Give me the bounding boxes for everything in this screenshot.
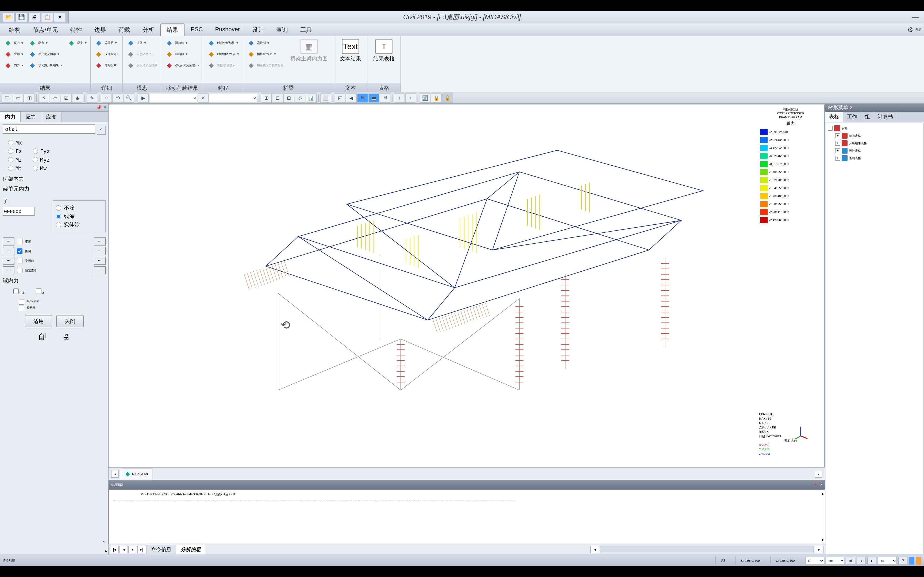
menu-分析[interactable]: 分析 (136, 24, 160, 36)
sb-unit-mm[interactable]: mm (825, 557, 844, 565)
tb-btn[interactable]: ⊞ (261, 93, 271, 103)
tb-btn[interactable]: ↔ (101, 93, 112, 103)
tb-btn[interactable]: ◀ (346, 93, 357, 103)
radio-Mz[interactable]: Mz (8, 156, 22, 163)
opt-btn[interactable]: ... (3, 266, 15, 274)
tb-btn[interactable]: ⊡ (283, 93, 294, 103)
menu-PSC[interactable]: PSC (184, 24, 209, 36)
chk-bycomp[interactable]: 按构件 (19, 306, 106, 311)
pin-icon[interactable]: 📌 (814, 483, 817, 487)
sb-btn[interactable]: ⊞ (846, 557, 855, 565)
tree-结构表格[interactable]: +结构表格 (828, 132, 922, 139)
msg-tab-命令信息[interactable]: 命令信息 (147, 545, 176, 554)
tb-combo-2[interactable] (209, 94, 257, 102)
tb-btn[interactable]: ▷ (295, 93, 305, 103)
radio-Fz[interactable]: Fz (8, 148, 22, 155)
close-icon[interactable]: ✕ (820, 483, 822, 487)
scroll-right-icon[interactable]: ▸ (815, 470, 822, 478)
tb-btn[interactable]: 🔄 (420, 93, 430, 103)
ribbon-局部方向...[interactable]: ◆局部方向... (93, 48, 120, 59)
tb-btn[interactable]: ⬜ (320, 93, 331, 103)
tb-btn[interactable]: ☑ (61, 93, 72, 103)
qat-open-icon[interactable]: 📂 (3, 12, 15, 22)
tree-查询表格[interactable]: +查询表格 (828, 155, 922, 162)
sb-btn[interactable] (916, 557, 921, 565)
ribbon-移动荷载追踪器[interactable]: ◆移动荷载追踪器 (163, 60, 201, 71)
sb-btn[interactable]: ? (898, 557, 908, 565)
tb-btn[interactable]: ⬚ (2, 93, 12, 103)
tb-btn[interactable]: ▭ (13, 93, 24, 103)
ribbon-变形[interactable]: ◆变形 (2, 48, 25, 59)
scroll-right-icon[interactable]: ▸ (815, 546, 824, 553)
tb-btn[interactable]: ✕ (198, 93, 208, 103)
tb-btn[interactable]: 🖥 (357, 93, 368, 103)
chk-变形[interactable]: 变形 (17, 239, 91, 244)
minimize-icon[interactable]: — (912, 13, 919, 21)
fill-实体涂[interactable]: 实体涂 (56, 221, 103, 228)
radio-Myz[interactable]: Myz (32, 156, 50, 163)
msg-tab-分析信息[interactable]: 分析信息 (176, 545, 205, 554)
tb-btn[interactable]: 🖥 (380, 93, 390, 103)
print-icon[interactable]: 🖨 (62, 333, 70, 342)
help-label[interactable]: 帮助 (916, 28, 921, 32)
ribbon-影响面[interactable]: ◆影响面 (163, 48, 201, 59)
tb-combo-1[interactable] (149, 94, 197, 102)
settings-icon[interactable]: ⚙ (907, 26, 913, 34)
scale-input[interactable] (3, 207, 35, 216)
msg-body[interactable]: PLEASE CHECK YOUR WARNING MESSAGE FILE :… (108, 489, 825, 544)
chk-图例[interactable]: 图例 (17, 248, 91, 254)
opt-btn[interactable]: ... (94, 257, 106, 265)
tb-btn[interactable]: ↖ (39, 93, 49, 103)
tb-btn[interactable]: ⟲ (112, 93, 123, 103)
apply-button[interactable]: 适用 (25, 315, 52, 327)
ribbon-水化热分析结果[interactable]: ◆水化热分析结果 (26, 60, 64, 71)
sb-unit-n[interactable]: N (805, 557, 824, 565)
chk-minmax[interactable]: 最小/最大 (19, 299, 106, 305)
menu-设计[interactable]: 设计 (246, 24, 270, 36)
chk-center[interactable]: 中心 (13, 288, 26, 295)
radio-Mt[interactable]: Mt (8, 165, 22, 171)
radio-Mx[interactable]: Mx (8, 139, 22, 146)
qat-print-icon[interactable]: 📋 (41, 12, 53, 22)
tb-btn[interactable]: 📊 (306, 93, 317, 103)
tb-btn[interactable]: 🔒 (431, 93, 442, 103)
close-button[interactable]: 关闭 (57, 315, 84, 327)
qat-undo-icon[interactable]: 🖨 (28, 12, 40, 22)
menu-特性[interactable]: 特性 (64, 24, 88, 36)
tree-表格[interactable]: −表格 (828, 124, 922, 132)
fill-不涂[interactable]: 不涂 (56, 205, 103, 211)
ribbon-时程分析结果[interactable]: ◆时程分析结果 (205, 37, 241, 48)
collapse-icon[interactable]: ⌃ (97, 126, 106, 135)
ribbon-内力[interactable]: ◆内力 (2, 60, 25, 71)
menu-结果[interactable]: 结果 (160, 24, 184, 36)
chk-j[interactable]: J (36, 288, 44, 295)
tb-btn[interactable]: 🔓 (442, 93, 453, 103)
tb-btn[interactable]: ▱ (50, 93, 60, 103)
tree-view[interactable]: −表格+结构表格+分析结果表格+设计表格+查询表格 (826, 122, 924, 554)
ribbon-big-结果表格[interactable]: T结果表格 (370, 37, 398, 64)
opt-btn[interactable]: ... (94, 247, 106, 255)
tb-btn[interactable]: 💻 (368, 93, 379, 103)
next-icon[interactable]: ▸ (128, 546, 137, 553)
hscroll[interactable] (600, 546, 814, 553)
tb-btn[interactable]: ↓ (394, 93, 405, 103)
ribbon-梁单元[interactable]: ◆梁单元 (93, 37, 120, 48)
opt-btn[interactable]: ... (94, 266, 106, 274)
tb-btn[interactable]: ✎ (87, 93, 97, 103)
qat-save-icon[interactable]: 💾 (16, 12, 27, 22)
collapse-arrow-icon[interactable]: ⌄ (102, 538, 106, 544)
ribbon-用户定义图形[interactable]: ◆用户定义图形 (26, 48, 64, 59)
ribbon-预拱度/反力[interactable]: ◆预拱度/反力 (245, 48, 285, 59)
sb-no[interactable]: no (878, 557, 897, 565)
last-icon[interactable]: ▸| (137, 546, 146, 553)
radio-Fyz[interactable]: Fyz (32, 148, 50, 155)
ribbon-影响线[interactable]: ◆影响线 (163, 37, 201, 48)
opt-btn[interactable]: ... (94, 237, 106, 245)
close-icon[interactable]: ✕ (103, 105, 107, 110)
menu-结构[interactable]: 结构 (3, 24, 27, 36)
scroll-down-icon[interactable]: ▾ (821, 537, 824, 543)
ribbon-应力[interactable]: ◆应力 (26, 37, 64, 48)
ribbon-时程图表/文本[interactable]: ◆时程图表/文本 (205, 48, 241, 59)
lp-tab-应力[interactable]: 应力 (21, 112, 41, 122)
rp-tab-组[interactable]: 组 (861, 112, 874, 122)
